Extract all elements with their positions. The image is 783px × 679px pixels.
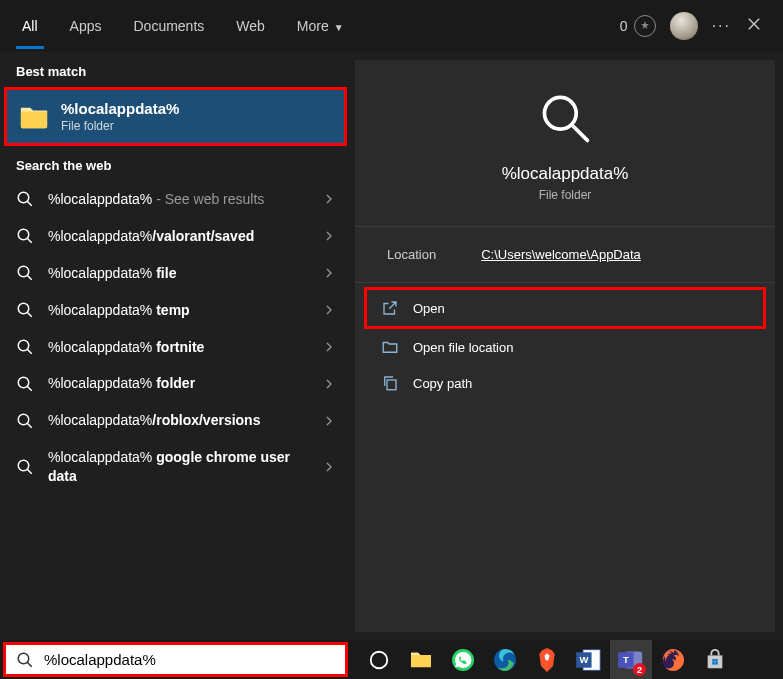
svg-line-3 xyxy=(27,239,32,244)
taskbar-search-box[interactable] xyxy=(3,642,348,677)
web-result-text: %localappdata%/valorant/saved xyxy=(48,227,309,246)
svg-rect-18 xyxy=(387,380,396,390)
folder-icon xyxy=(19,103,49,131)
svg-point-12 xyxy=(18,414,29,425)
search-icon xyxy=(16,651,34,669)
action-label: Open file location xyxy=(413,340,513,355)
action-copy-path[interactable]: Copy path xyxy=(367,365,763,401)
avatar[interactable] xyxy=(670,12,698,40)
tab-more[interactable]: More▼ xyxy=(281,3,360,49)
search-input[interactable] xyxy=(44,651,335,668)
location-label: Location xyxy=(387,247,436,262)
preview-search-icon xyxy=(537,90,593,146)
svg-line-13 xyxy=(27,423,32,428)
web-result-text: %localappdata% file xyxy=(48,264,309,283)
web-result-item[interactable]: %localappdata% folder xyxy=(0,365,351,402)
tab-documents[interactable]: Documents xyxy=(117,3,220,49)
taskbar: W T 2 xyxy=(0,640,783,679)
firefox-icon[interactable] xyxy=(652,640,694,679)
web-result-text: %localappdata% fortnite xyxy=(48,338,309,357)
preview-panel: %localappdata% File folder Location C:\U… xyxy=(355,60,775,632)
svg-line-5 xyxy=(27,275,32,280)
chevron-right-icon xyxy=(323,193,335,205)
store-icon[interactable] xyxy=(694,640,736,679)
close-icon[interactable] xyxy=(745,15,763,37)
web-result-item[interactable]: %localappdata%/valorant/saved xyxy=(0,218,351,255)
svg-text:T: T xyxy=(623,654,629,665)
search-icon xyxy=(16,264,34,282)
svg-rect-34 xyxy=(715,662,718,665)
rewards-icon xyxy=(634,15,656,37)
svg-point-21 xyxy=(371,651,388,668)
chevron-right-icon xyxy=(323,230,335,242)
tabs-bar: All Apps Documents Web More▼ 0 ··· xyxy=(0,0,783,52)
web-result-text: %localappdata% folder xyxy=(48,374,309,393)
best-match-subtitle: File folder xyxy=(61,119,179,133)
brave-icon[interactable] xyxy=(526,640,568,679)
web-result-item[interactable]: %localappdata% google chrome user data xyxy=(0,439,351,495)
svg-point-2 xyxy=(18,230,29,241)
tab-all[interactable]: All xyxy=(6,3,54,49)
more-options-icon[interactable]: ··· xyxy=(712,17,731,35)
chevron-right-icon xyxy=(323,341,335,353)
web-result-item[interactable]: %localappdata% - See web results xyxy=(0,181,351,218)
edge-icon[interactable] xyxy=(484,640,526,679)
best-match-label: Best match xyxy=(0,52,351,87)
svg-line-11 xyxy=(27,386,32,391)
file-explorer-icon[interactable] xyxy=(400,640,442,679)
rewards-badge[interactable]: 0 xyxy=(620,15,656,37)
whatsapp-icon[interactable] xyxy=(442,640,484,679)
chevron-right-icon xyxy=(323,378,335,390)
teams-badge: 2 xyxy=(633,663,646,676)
cortana-icon[interactable] xyxy=(358,640,400,679)
location-link[interactable]: C:\Users\welcome\AppData xyxy=(481,247,641,262)
word-icon[interactable]: W xyxy=(568,640,610,679)
search-icon xyxy=(16,227,34,245)
action-open-file-location[interactable]: Open file location xyxy=(367,329,763,365)
svg-point-14 xyxy=(18,460,29,471)
action-label: Open xyxy=(413,301,445,316)
results-panel: Best match %localappdata% File folder Se… xyxy=(0,52,351,640)
svg-line-1 xyxy=(27,202,32,207)
teams-icon[interactable]: T 2 xyxy=(610,640,652,679)
web-result-item[interactable]: %localappdata% temp xyxy=(0,292,351,329)
tab-web[interactable]: Web xyxy=(220,3,281,49)
svg-point-4 xyxy=(18,266,29,277)
search-icon xyxy=(16,190,34,208)
web-result-item[interactable]: %localappdata% file xyxy=(0,255,351,292)
search-icon xyxy=(16,338,34,356)
svg-point-8 xyxy=(18,340,29,351)
folder-icon xyxy=(381,338,399,356)
web-result-text: %localappdata% - See web results xyxy=(48,190,309,209)
search-icon xyxy=(16,458,34,476)
svg-point-6 xyxy=(18,303,29,314)
best-match-item[interactable]: %localappdata% File folder xyxy=(4,87,347,146)
web-result-item[interactable]: %localappdata%/roblox/versions xyxy=(0,402,351,439)
svg-line-7 xyxy=(27,312,32,317)
chevron-down-icon: ▼ xyxy=(334,22,344,33)
web-result-item[interactable]: %localappdata% fortnite xyxy=(0,329,351,366)
open-icon xyxy=(381,299,399,317)
svg-point-19 xyxy=(18,653,29,664)
svg-line-15 xyxy=(27,469,32,474)
chevron-right-icon xyxy=(323,304,335,316)
action-open[interactable]: Open xyxy=(364,287,766,329)
tab-apps[interactable]: Apps xyxy=(54,3,118,49)
svg-rect-33 xyxy=(712,662,715,665)
preview-subtitle: File folder xyxy=(539,188,592,202)
web-result-text: %localappdata%/roblox/versions xyxy=(48,411,309,430)
web-result-text: %localappdata% google chrome user data xyxy=(48,448,309,486)
svg-line-17 xyxy=(572,125,587,140)
web-section-label: Search the web xyxy=(0,146,351,181)
chevron-right-icon xyxy=(323,461,335,473)
action-label: Copy path xyxy=(413,376,472,391)
best-match-title: %localappdata% xyxy=(61,100,179,117)
svg-point-0 xyxy=(18,193,29,204)
svg-line-9 xyxy=(27,349,32,354)
copy-icon xyxy=(381,374,399,392)
search-icon xyxy=(16,301,34,319)
svg-rect-32 xyxy=(715,659,718,662)
web-result-text: %localappdata% temp xyxy=(48,301,309,320)
svg-text:W: W xyxy=(579,654,588,665)
svg-line-20 xyxy=(27,662,32,667)
